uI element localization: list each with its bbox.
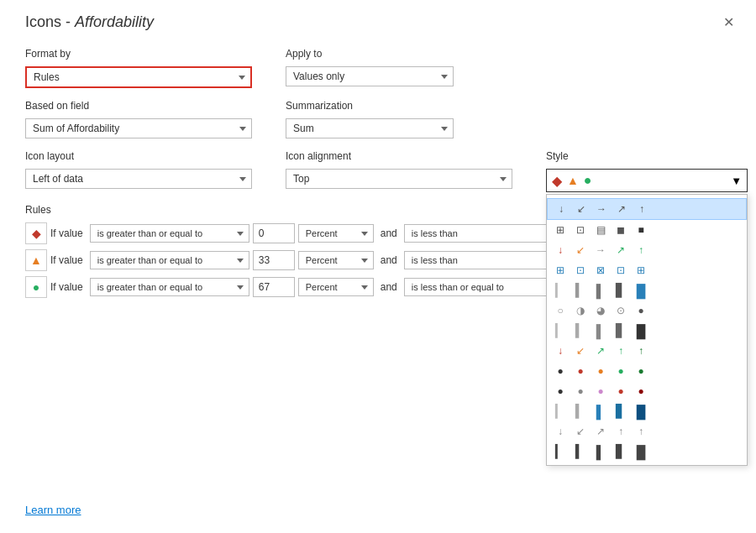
style-group: Style ◆ ▲ ● ▼ ↓ xyxy=(546,150,748,192)
icon-layout-select[interactable]: Left of data xyxy=(25,169,252,189)
circle2-icon: ◑ xyxy=(572,302,589,319)
summarization-select[interactable]: Sum xyxy=(286,118,454,138)
style-option-colored-arrows2[interactable]: ↓ ↙ ↗ ↑ ↑ xyxy=(547,341,747,361)
bars2-5-icon: █ xyxy=(633,322,649,339)
icon-alignment-group: Icon alignment Top xyxy=(286,150,512,189)
title-prefix: Icons - xyxy=(25,13,75,30)
ga-arrow-up2-icon: ↑ xyxy=(633,423,649,440)
bar4-icon: ▋ xyxy=(612,282,629,299)
bars2-2-icon: ▍ xyxy=(572,322,589,339)
rule1-value1-input[interactable] xyxy=(253,223,295,243)
dialog-title: Icons - Affordability xyxy=(25,13,154,31)
colored-arrow-upright-icon: ↗ xyxy=(612,242,629,259)
summarization-group: Summarization Sum xyxy=(286,100,454,138)
blue-grid3-icon: ⊠ xyxy=(592,262,609,279)
style-option-bars2[interactable]: ▎ ▍ ▌ ▋ █ xyxy=(547,321,747,341)
colored-arrow-downleft-icon: ↙ xyxy=(572,242,589,259)
grid1-icon: ⊞ xyxy=(552,222,569,238)
style-option-blue-grids[interactable]: ⊞ ⊡ ⊠ ⊡ ⊞ xyxy=(547,260,747,280)
rule2-value1-input[interactable] xyxy=(253,250,295,270)
rule3-condition-select[interactable]: is greater than or equal to xyxy=(90,278,249,296)
style-option-colored-arrows[interactable]: ↓ ↙ → ↗ ↑ xyxy=(547,240,747,260)
cc-circle3-icon: ● xyxy=(592,363,609,379)
rule2-icon[interactable]: ▲ xyxy=(25,249,47,271)
mc-circle3-icon: ● xyxy=(592,383,609,400)
style-dropdown-popup[interactable]: ↓ ↙ → ↗ ↑ ⊞ ⊡ ▤ ◼ ■ xyxy=(546,194,748,466)
arrow-up-icon: ↑ xyxy=(633,201,650,217)
rule1-percent-select[interactable]: Percent xyxy=(298,224,374,243)
blue-grid4-icon: ⊡ xyxy=(612,262,629,279)
colored-arrow-up-icon: ↑ xyxy=(633,242,649,259)
bar2-icon: ▍ xyxy=(572,282,589,299)
format-by-select[interactable]: Rules xyxy=(25,66,252,88)
summarization-label: Summarization xyxy=(286,100,454,112)
bar3-icon: ▌ xyxy=(592,282,609,299)
style-option-bars3[interactable]: ▎ ▍ ▌ ▋ █ xyxy=(547,401,747,421)
blue-grid2-icon: ⊡ xyxy=(572,262,589,279)
bars3-3-icon: ▌ xyxy=(592,403,609,420)
c2-arrow-down-icon: ↓ xyxy=(552,342,569,359)
rule1-condition2-select[interactable]: is less than xyxy=(404,224,564,243)
rule3-value1-input[interactable] xyxy=(253,277,295,297)
dialog: Icons - Affordability ✕ Format by Rules … xyxy=(0,0,756,533)
style-option-gray-arrows[interactable]: ↓ ↙ ↗ ↑ ↑ xyxy=(547,421,747,442)
close-button[interactable]: ✕ xyxy=(718,14,739,31)
db-bars5-icon: █ xyxy=(633,443,649,460)
style-option-bars1[interactable]: ▎ ▍ ▌ ▋ █ xyxy=(547,280,747,300)
title-italic: Affordability xyxy=(75,13,154,30)
rule3-condition2-select[interactable]: is less than or equal to xyxy=(404,278,564,296)
rule3-icon[interactable]: ● xyxy=(25,276,47,298)
circle4-icon: ⊙ xyxy=(612,302,629,319)
apply-to-select[interactable]: Values only xyxy=(286,66,454,86)
c2-arrow-up-icon: ↑ xyxy=(612,342,629,359)
rule2-condition2-select[interactable]: is less than xyxy=(404,251,564,269)
bars3-5-icon: █ xyxy=(633,403,649,420)
bars3-4-icon: ▋ xyxy=(612,403,629,420)
circle1-icon: ○ xyxy=(552,302,569,319)
rule1-condition-select[interactable]: is greater than or equal to xyxy=(90,224,249,243)
cc-circle2-icon: ● xyxy=(572,363,589,379)
grid5-icon: ■ xyxy=(633,222,649,238)
c2-arrow-up2-icon: ↑ xyxy=(633,342,649,359)
style-option-mixed-circles[interactable]: ● ● ● ● ● xyxy=(547,381,747,401)
ga-arrow-up-icon: ↑ xyxy=(612,423,629,440)
colored-arrow-down-icon: ↓ xyxy=(552,242,569,259)
icon-alignment-select[interactable]: Top xyxy=(286,169,512,189)
ga-arrow-downleft-icon: ↙ xyxy=(572,423,589,440)
rule3-if-label: If value xyxy=(50,281,83,293)
apply-to-label: Apply to xyxy=(286,48,454,60)
cc-circle5-icon: ● xyxy=(633,363,649,379)
colored-arrow-right-icon: → xyxy=(592,242,609,259)
rule1-icon[interactable]: ◆ xyxy=(25,222,47,244)
row-layout-alignment-style: Icon layout Left of data Icon alignment … xyxy=(25,150,731,192)
style-option-arrows-highlighted[interactable]: ↓ ↙ → ↗ ↑ xyxy=(547,198,747,220)
apply-to-group: Apply to Values only xyxy=(286,48,454,86)
bars2-4-icon: ▋ xyxy=(612,322,629,339)
style-option-dark-bars[interactable]: ▎ ▍ ▌ ▋ █ xyxy=(547,442,747,462)
style-option-colored-circles[interactable]: ● ● ● ● ● xyxy=(547,361,747,381)
rule2-percent-select[interactable]: Percent xyxy=(298,251,374,269)
rule2-condition-select[interactable]: is greater than or equal to xyxy=(90,251,249,269)
db-bars2-icon: ▍ xyxy=(572,443,589,460)
rule2-if-label: If value xyxy=(50,254,83,266)
rule3-percent-select[interactable]: Percent xyxy=(298,278,374,296)
bars2-3-icon: ▌ xyxy=(592,322,609,339)
style-label: Style xyxy=(546,150,748,162)
based-on-label: Based on field xyxy=(25,100,252,112)
db-bars4-icon: ▋ xyxy=(612,443,629,460)
based-on-select[interactable]: Sum of Affordability xyxy=(25,118,252,138)
ga-arrow-upright-icon: ↗ xyxy=(592,423,609,440)
style-option-circles[interactable]: ○ ◑ ◕ ⊙ ● xyxy=(547,300,747,321)
c2-arrow-downleft-icon: ↙ xyxy=(572,342,589,359)
bars2-1-icon: ▎ xyxy=(552,322,569,339)
icon-layout-label: Icon layout xyxy=(25,150,252,162)
rule3-and-label: and xyxy=(381,281,397,293)
style-icons-preview: ◆ ▲ ● xyxy=(552,173,592,189)
style-select-button[interactable]: ◆ ▲ ● ▼ xyxy=(546,169,748,192)
green-circle-icon: ● xyxy=(584,173,592,188)
arrow-down-icon: ↓ xyxy=(553,201,570,217)
learn-more-link[interactable]: Learn more xyxy=(25,504,81,516)
red-diamond-icon: ◆ xyxy=(552,173,562,189)
circle5-icon: ● xyxy=(633,302,649,319)
style-option-grids[interactable]: ⊞ ⊡ ▤ ◼ ■ xyxy=(547,220,747,240)
